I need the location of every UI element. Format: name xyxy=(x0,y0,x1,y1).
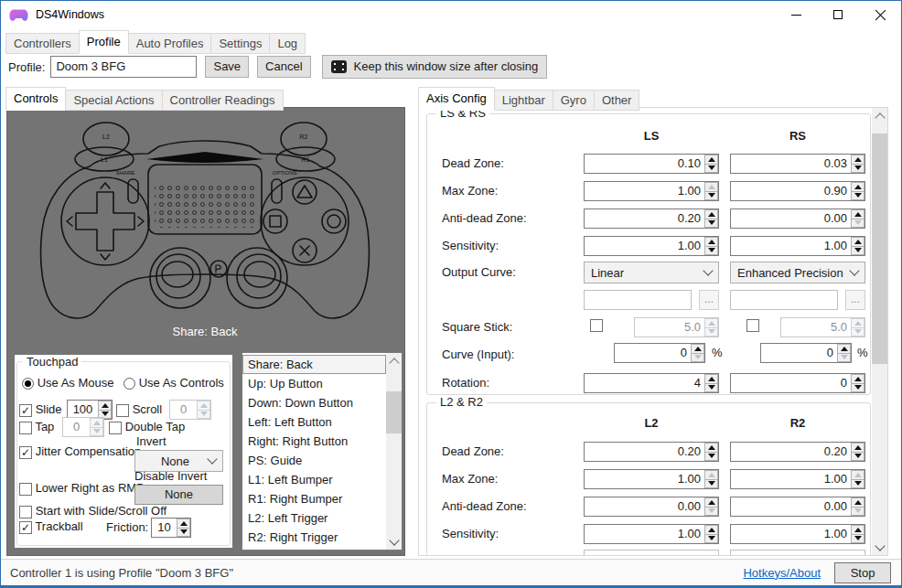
spin-up-button[interactable] xyxy=(98,401,112,411)
spin-up-button[interactable] xyxy=(704,237,718,247)
spin-down-button[interactable] xyxy=(704,328,718,337)
spin-down-button[interactable] xyxy=(177,529,190,538)
spin-up-button[interactable] xyxy=(704,470,718,480)
double-tap-checkbox[interactable]: Double Tap xyxy=(109,420,185,434)
spin-down-button[interactable] xyxy=(851,328,864,337)
spin-down-button[interactable] xyxy=(851,219,864,229)
maximize-button[interactable] xyxy=(817,1,859,28)
scroll-up-icon[interactable] xyxy=(872,108,887,123)
r2-anti-dead-zone-stepper[interactable]: 0.00 xyxy=(730,497,865,517)
spin-down-button[interactable] xyxy=(197,411,210,420)
spin-down-button[interactable] xyxy=(851,384,864,393)
spin-down-button[interactable] xyxy=(851,535,864,544)
spin-down-button[interactable] xyxy=(837,354,851,363)
list-item[interactable]: PS: Guide xyxy=(242,451,386,470)
tab-auto-profiles[interactable]: Auto Profiles xyxy=(128,33,212,54)
use-as-controls-radio[interactable]: Use As Controls xyxy=(123,376,224,390)
spin-up-button[interactable] xyxy=(851,470,864,480)
spin-up-button[interactable] xyxy=(691,344,704,354)
l2-anti-dead-zone-stepper[interactable]: 0.00 xyxy=(584,497,719,517)
tab-settings[interactable]: Settings xyxy=(210,33,270,54)
save-button[interactable]: Save xyxy=(205,56,249,78)
spin-up-button[interactable] xyxy=(851,443,864,453)
spin-up-button[interactable] xyxy=(851,318,864,328)
ls-square-stick-roundness-stepper[interactable]: 5.0 xyxy=(634,317,719,337)
ls-rotation-stepper[interactable]: 4 xyxy=(584,373,719,393)
r2-max-zone-stepper[interactable]: 1.00 xyxy=(730,469,865,489)
spin-down-button[interactable] xyxy=(704,219,718,229)
tap-checkbox[interactable]: Tap xyxy=(19,420,54,434)
spin-down-button[interactable] xyxy=(704,165,718,174)
tab-other[interactable]: Other xyxy=(594,90,640,111)
controller-diagram[interactable]: L2 L1 R2 R1 SHARE OPTIONS Share: Back xyxy=(9,110,403,349)
l2-max-zone-stepper[interactable]: 1.00 xyxy=(584,469,719,489)
axis-config-scrollbar[interactable] xyxy=(872,108,887,555)
spin-up-button[interactable] xyxy=(704,497,718,508)
tab-log[interactable]: Log xyxy=(269,33,306,54)
spin-up-button[interactable] xyxy=(704,525,718,535)
spin-down-button[interactable] xyxy=(704,480,718,489)
tab-gyro[interactable]: Gyro xyxy=(553,90,595,111)
tap-sensitivity-stepper[interactable]: 0 xyxy=(62,417,104,437)
spin-up-button[interactable] xyxy=(704,209,718,219)
spin-down-button[interactable] xyxy=(704,535,718,544)
slide-checkbox[interactable]: ✓ Slide xyxy=(19,402,62,417)
ls-dead-zone-stepper[interactable]: 0.10 xyxy=(584,154,719,174)
scroll-sensitivity-stepper[interactable]: 0 xyxy=(169,400,211,420)
l2-dead-zone-stepper[interactable]: 0.20 xyxy=(584,442,719,462)
spin-up-button[interactable] xyxy=(851,182,864,192)
spin-up-button[interactable] xyxy=(704,318,718,328)
disable-invert-button[interactable]: None xyxy=(134,485,223,505)
rs-anti-dead-zone-stepper[interactable]: 0.00 xyxy=(730,208,865,229)
keep-window-size-button[interactable]: Keep this window size after closing xyxy=(322,55,548,79)
ls-curve-browse-button[interactable]: ... xyxy=(699,290,719,310)
list-item[interactable]: L2: Left Trigger xyxy=(242,508,386,528)
rs-curve-input-stepper[interactable]: 0 xyxy=(760,343,852,363)
l2-sensitivity-stepper[interactable]: 1.00 xyxy=(584,524,719,544)
spin-up-button[interactable] xyxy=(704,155,718,165)
scrollbar-thumb[interactable] xyxy=(872,134,887,364)
profile-name-input[interactable]: Doom 3 BFG xyxy=(50,56,197,78)
friction-stepper[interactable]: 10 xyxy=(151,518,191,538)
spin-up-button[interactable] xyxy=(197,401,210,411)
tab-axis-config[interactable]: Axis Config xyxy=(418,87,495,111)
minimize-button[interactable] xyxy=(775,1,817,28)
tab-controller-readings[interactable]: Controller Readings xyxy=(162,90,284,111)
spin-up-button[interactable] xyxy=(851,209,864,219)
close-button[interactable] xyxy=(859,1,901,28)
spin-up-button[interactable] xyxy=(90,418,103,428)
cancel-button[interactable]: Cancel xyxy=(257,56,310,78)
spin-down-button[interactable] xyxy=(704,508,718,517)
trackball-checkbox[interactable]: ✓ Trackball xyxy=(19,519,83,534)
tab-controls[interactable]: Controls xyxy=(5,87,66,111)
rs-dead-zone-stepper[interactable]: 0.03 xyxy=(730,154,865,174)
rs-output-curve-dropdown[interactable]: Enhanced Precision xyxy=(730,262,865,283)
start-slide-scroll-off-checkbox[interactable]: Start with Slide/Scroll Off xyxy=(19,504,166,519)
ls-output-curve-dropdown[interactable]: Linear xyxy=(584,262,719,283)
tab-controllers[interactable]: Controllers xyxy=(5,33,80,54)
r2-sensitivity-stepper[interactable]: 1.00 xyxy=(730,524,865,544)
spin-up-button[interactable] xyxy=(177,519,190,529)
spin-up-button[interactable] xyxy=(851,525,864,535)
spin-down-button[interactable] xyxy=(704,192,718,201)
list-item[interactable]: R1: Right Bumper xyxy=(242,489,386,508)
spin-up-button[interactable] xyxy=(851,155,864,165)
scroll-checkbox[interactable]: Scroll xyxy=(116,402,162,417)
spin-down-button[interactable] xyxy=(704,247,718,256)
list-item[interactable]: Left: Left Button xyxy=(242,412,386,432)
list-item[interactable]: Down: Down Button xyxy=(242,393,386,412)
spin-up-button[interactable] xyxy=(837,344,851,354)
ls-custom-curve-input[interactable] xyxy=(584,290,692,310)
tab-profile[interactable]: Profile xyxy=(79,30,129,54)
scroll-down-icon[interactable] xyxy=(872,540,887,555)
ls-curve-input-stepper[interactable]: 0 xyxy=(614,343,705,363)
list-item[interactable]: Right: Right Button xyxy=(242,432,386,451)
spin-down-button[interactable] xyxy=(704,384,718,393)
spin-down-button[interactable] xyxy=(851,247,864,256)
spin-up-button[interactable] xyxy=(704,182,718,192)
rs-curve-browse-button[interactable]: ... xyxy=(845,290,865,310)
hotkeys-about-link[interactable]: Hotkeys/About xyxy=(743,566,821,580)
rs-square-stick-checkbox[interactable] xyxy=(746,319,759,332)
spin-down-button[interactable] xyxy=(851,480,864,489)
list-item[interactable]: Share: Back xyxy=(242,355,386,374)
